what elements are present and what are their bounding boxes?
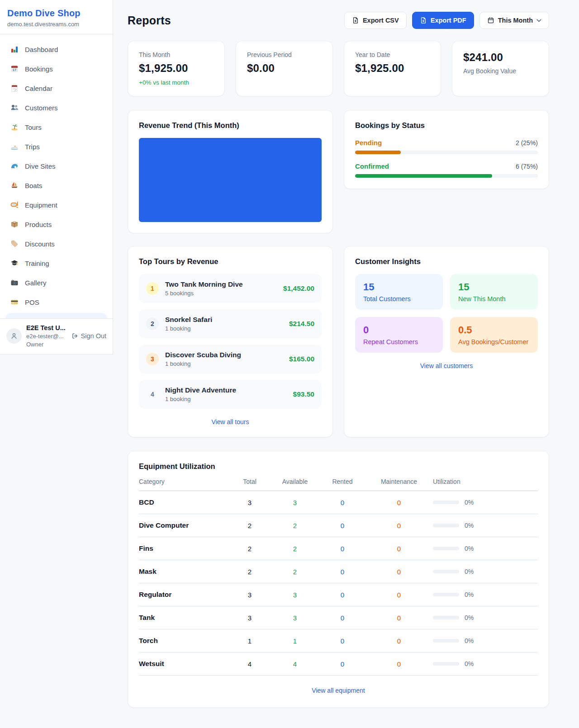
top-tours-card: Top Tours by Revenue 1 Two Tank Morning … xyxy=(128,246,333,437)
view-all-equipment-link[interactable]: View all equipment xyxy=(312,687,365,694)
rank-badge: 1 xyxy=(146,282,159,295)
table-row: Dive Computer 2 2 0 0 0% xyxy=(139,514,538,537)
bookings-calendar-icon: 17 xyxy=(10,64,19,73)
sidebar-item-bookings[interactable]: 17 Bookings xyxy=(5,60,107,77)
table-row: Regulator 3 3 0 0 0% xyxy=(139,583,538,606)
sidebar-item-products[interactable]: Products xyxy=(5,216,107,233)
table-row: Fins 2 2 0 0 0% xyxy=(139,537,538,560)
sidebar-item-label: Products xyxy=(25,221,52,228)
user-email: e2e-tester@... xyxy=(26,333,66,340)
sidebar-item-customers[interactable]: Customers xyxy=(5,99,107,116)
sidebar-item-dive-sites[interactable]: Dive Sites xyxy=(5,157,107,175)
equipment-utilization-title: Equipment Utilization xyxy=(139,462,538,471)
sidebar-item-reports-active-partial[interactable] xyxy=(5,313,107,318)
customer-insights-title: Customer Insights xyxy=(355,257,538,266)
user-panel: E2E Test U... e2e-tester@... Owner Sign … xyxy=(0,318,113,354)
boats-sailboat-icon xyxy=(10,181,19,190)
pending-bar-track xyxy=(355,151,538,154)
pos-card-icon xyxy=(10,298,19,307)
stat-card-this-month: This Month $1,925.00 +0% vs last month xyxy=(128,41,225,96)
sidebar-item-calendar[interactable]: Calendar xyxy=(5,80,107,97)
tile-avg-bookings-customer: 0.5 Avg Bookings/Customer xyxy=(450,317,538,353)
calendar-pad-icon xyxy=(10,84,19,93)
training-cap-icon xyxy=(10,259,19,268)
revenue-trend-card: Revenue Trend (This Month) xyxy=(128,110,333,233)
export-csv-button[interactable]: Export CSV xyxy=(344,12,407,29)
sign-out-icon xyxy=(71,332,78,340)
dashboard-icon xyxy=(10,45,19,54)
tours-island-icon xyxy=(10,123,19,132)
stat-card-previous-period: Previous Period $0.00 xyxy=(236,41,333,96)
sidebar-item-label: Trips xyxy=(25,143,40,151)
page-title: Reports xyxy=(128,14,171,27)
brand: Demo Dive Shop demo.test.divestreams.com xyxy=(0,0,113,34)
rank-badge: 4 xyxy=(146,388,159,401)
person-icon xyxy=(10,332,18,340)
main-content: Reports Export CSV Export PDF This Month xyxy=(113,0,579,728)
equipment-mask-icon xyxy=(10,200,19,209)
sidebar-item-label: Training xyxy=(25,260,49,267)
calendar-icon xyxy=(487,17,494,24)
sidebar-item-dashboard[interactable]: Dashboard xyxy=(5,41,107,58)
sidebar-item-discounts[interactable]: Discounts xyxy=(5,235,107,252)
utilization-bar xyxy=(433,524,459,527)
stats-row: This Month $1,925.00 +0% vs last month P… xyxy=(128,41,549,96)
tile-repeat-customers: 0 Repeat Customers xyxy=(355,317,443,353)
discounts-tag-icon xyxy=(10,239,19,248)
file-download-icon xyxy=(352,17,359,24)
equipment-table-header: Category Total Available Rented Maintena… xyxy=(139,478,538,491)
shop-name: Demo Dive Shop xyxy=(7,8,105,19)
app-root: Demo Dive Shop demo.test.divestreams.com… xyxy=(0,0,579,728)
sidebar-item-label: Gallery xyxy=(25,279,47,287)
sidebar-nav: Dashboard 17 Bookings Calendar Customers… xyxy=(0,34,113,311)
sidebar-item-label: Calendar xyxy=(25,85,52,92)
view-all-customers-link[interactable]: View all customers xyxy=(420,362,473,369)
rank-badge: 2 xyxy=(146,317,159,330)
utilization-bar xyxy=(433,501,459,504)
tour-row[interactable]: 2 Snorkel Safari 1 booking $214.50 xyxy=(139,309,322,338)
period-dropdown[interactable]: This Month xyxy=(479,12,549,29)
table-row: Wetsuit 4 4 0 0 0% xyxy=(139,652,538,676)
stat-card-year-to-date: Year to Date $1,925.00 xyxy=(344,41,441,96)
sidebar-item-label: Dive Sites xyxy=(25,162,56,170)
sidebar-item-label: Discounts xyxy=(25,240,55,248)
file-download-icon xyxy=(420,17,427,24)
chevron-down-icon xyxy=(536,19,541,22)
view-all-tours-link[interactable]: View all tours xyxy=(211,418,249,425)
export-pdf-button[interactable]: Export PDF xyxy=(412,12,474,29)
sign-out-button[interactable]: Sign Out xyxy=(71,332,106,340)
sidebar-item-boats[interactable]: Boats xyxy=(5,177,107,194)
table-row: BCD 3 3 0 0 0% xyxy=(139,491,538,514)
equipment-utilization-card: Equipment Utilization Category Total Ava… xyxy=(128,451,549,708)
sidebar-item-pos[interactable]: POS xyxy=(5,293,107,311)
tour-row[interactable]: 3 Discover Scuba Diving 1 booking $165.0… xyxy=(139,345,322,373)
confirmed-bar-track xyxy=(355,174,538,178)
sidebar-item-label: Boats xyxy=(25,182,42,189)
stat-card-avg-booking-value: $241.00 Avg Booking Value xyxy=(452,41,549,96)
rank-badge: 3 xyxy=(146,353,159,365)
confirmed-bar-fill xyxy=(355,174,492,178)
top-tours-title: Top Tours by Revenue xyxy=(139,257,322,266)
customers-icon xyxy=(10,103,19,112)
sidebar-item-label: Dashboard xyxy=(25,46,58,53)
sidebar-item-trips[interactable]: Trips xyxy=(5,138,107,155)
sidebar-item-label: POS xyxy=(25,298,39,306)
customer-insights-card: Customer Insights 15 Total Customers 15 … xyxy=(344,246,549,437)
sidebar-item-equipment[interactable]: Equipment xyxy=(5,196,107,213)
sidebar-item-tours[interactable]: Tours xyxy=(5,118,107,136)
products-box-icon xyxy=(10,220,19,229)
table-row: Tank 3 3 0 0 0% xyxy=(139,606,538,629)
sidebar-item-label: Customers xyxy=(25,104,58,112)
sidebar-item-label: Equipment xyxy=(25,201,57,209)
sidebar-item-label: Bookings xyxy=(25,65,53,73)
user-name: E2E Test U... xyxy=(26,324,66,331)
utilization-bar xyxy=(433,593,459,596)
stat-delta: +0% vs last month xyxy=(139,79,214,86)
revenue-trend-chart xyxy=(139,138,322,222)
sidebar-item-gallery[interactable]: Gallery xyxy=(5,274,107,291)
table-row: Mask 2 2 0 0 0% xyxy=(139,560,538,583)
tour-row[interactable]: 1 Two Tank Morning Dive 5 bookings $1,45… xyxy=(139,274,322,303)
tour-row[interactable]: 4 Night Dive Adventure 1 booking $93.50 xyxy=(139,380,322,409)
table-row: Torch 1 1 0 0 0% xyxy=(139,629,538,652)
sidebar-item-training[interactable]: Training xyxy=(5,255,107,272)
